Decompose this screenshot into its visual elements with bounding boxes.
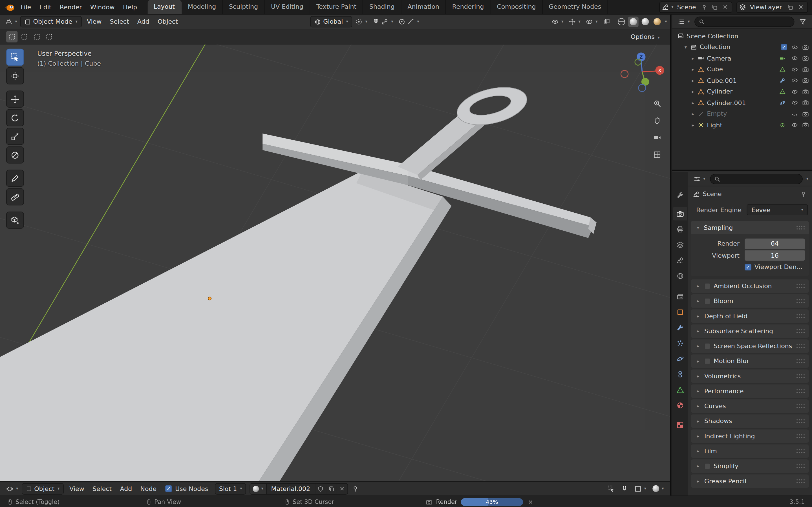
tool-move[interactable] bbox=[6, 91, 24, 108]
bloom-checkbox[interactable] bbox=[704, 298, 711, 304]
properties-tab-render[interactable] bbox=[673, 207, 687, 221]
outliner-item-label[interactable]: Empty bbox=[707, 110, 727, 118]
drag-grip-icon[interactable] bbox=[796, 433, 805, 439]
drag-grip-icon[interactable] bbox=[796, 373, 805, 379]
properties-tab-output[interactable] bbox=[673, 223, 687, 236]
slot-dropdown[interactable]: Slot 1 ▾ bbox=[215, 483, 246, 494]
shader-type-dropdown[interactable]: Object ▾ bbox=[22, 483, 64, 494]
section-screen-space-reflections[interactable]: ▸Screen Space Reflections bbox=[691, 339, 809, 353]
workspace-tab-compositing[interactable]: Compositing bbox=[491, 0, 543, 14]
mode-dropdown[interactable]: Object Mode ▾ bbox=[20, 16, 82, 27]
node-select-tool[interactable] bbox=[605, 483, 617, 494]
visibility-dropdown[interactable]: ▾ bbox=[550, 16, 566, 27]
motion-blur-checkbox[interactable] bbox=[704, 358, 711, 364]
screen-space-reflections-checkbox[interactable] bbox=[704, 343, 711, 349]
editor-type-button[interactable]: ▾ bbox=[691, 173, 707, 184]
viewport-menu-object[interactable]: Object bbox=[153, 16, 182, 27]
node-preview-dropdown[interactable]: ▾ bbox=[651, 483, 666, 494]
disclosure-arrow-icon[interactable]: ▸ bbox=[690, 67, 696, 72]
shading-wireframe-button[interactable] bbox=[616, 17, 627, 27]
view-layer-name[interactable]: ViewLayer bbox=[748, 3, 784, 11]
outliner-search-input[interactable] bbox=[695, 16, 794, 27]
disclosure-arrow-icon[interactable]: ▸ bbox=[690, 122, 696, 128]
menu-render[interactable]: Render bbox=[56, 2, 86, 12]
scene-name[interactable]: Scene bbox=[674, 3, 699, 11]
new-scene-button[interactable] bbox=[710, 2, 719, 11]
disclosure-arrow-icon[interactable]: ▸ bbox=[695, 404, 701, 409]
properties-tab-scene[interactable] bbox=[673, 253, 687, 267]
shader-menu-view[interactable]: View bbox=[65, 483, 89, 494]
disclosure-arrow-icon[interactable]: ▸ bbox=[695, 464, 701, 469]
properties-tab-modifiers[interactable] bbox=[673, 321, 687, 334]
pin-material-button[interactable] bbox=[350, 483, 361, 494]
tool-annotate[interactable] bbox=[6, 170, 24, 187]
cancel-render-button[interactable] bbox=[527, 498, 535, 506]
viewport-samples-field[interactable]: 16 bbox=[745, 250, 805, 261]
tool-measure[interactable] bbox=[6, 188, 24, 206]
viewport-canvas[interactable]: User Perspective (1) Collection | Cube Z… bbox=[0, 45, 670, 481]
pin-icon[interactable] bbox=[800, 191, 807, 198]
disclosure-arrow-icon[interactable]: ▸ bbox=[690, 78, 696, 83]
toggle-ortho-button[interactable] bbox=[651, 149, 663, 161]
select-mode-invert-button[interactable] bbox=[43, 31, 55, 42]
outliner-row-scene-collection[interactable]: Scene Collection bbox=[672, 31, 812, 41]
outliner-row-collection[interactable]: ▾Collection bbox=[672, 42, 812, 53]
disable-in-renders-icon[interactable] bbox=[802, 111, 809, 117]
shading-material-button[interactable] bbox=[640, 17, 651, 27]
disable-in-renders-icon[interactable] bbox=[802, 100, 809, 106]
drag-grip-icon[interactable] bbox=[796, 225, 805, 230]
hide-in-viewport-icon[interactable] bbox=[792, 89, 798, 95]
sampling-panel-header[interactable]: ▾ Sampling bbox=[691, 221, 809, 234]
properties-tab-material[interactable] bbox=[673, 398, 687, 412]
workspace-tab-geometry-nodes[interactable]: Geometry Nodes bbox=[543, 0, 608, 14]
editor-type-button[interactable]: ▾ bbox=[676, 16, 692, 27]
outliner-item-label[interactable]: Camera bbox=[707, 55, 731, 62]
properties-tab-object[interactable] bbox=[673, 305, 687, 319]
fake-user-button[interactable] bbox=[315, 483, 326, 494]
disable-in-renders-icon[interactable] bbox=[802, 77, 809, 84]
section-volumetrics[interactable]: ▸Volumetrics bbox=[691, 369, 809, 383]
collection-checkbox[interactable] bbox=[781, 44, 787, 50]
hide-in-viewport-icon[interactable] bbox=[792, 77, 798, 84]
menu-edit[interactable]: Edit bbox=[35, 2, 56, 12]
tool-cursor[interactable] bbox=[6, 67, 24, 84]
outliner-item-label[interactable]: Scene Collection bbox=[687, 33, 739, 40]
breadcrumb-label[interactable]: Scene bbox=[703, 190, 721, 198]
properties-tab-world[interactable] bbox=[673, 269, 687, 283]
use-nodes-checkbox[interactable] bbox=[165, 485, 172, 492]
outliner-row-light[interactable]: ▸Light bbox=[672, 119, 812, 130]
blender-logo-icon[interactable] bbox=[4, 3, 15, 11]
workspace-tab-shading[interactable]: Shading bbox=[363, 0, 401, 14]
disclosure-arrow-icon[interactable]: ▸ bbox=[695, 418, 701, 424]
viewport-denoise-checkbox[interactable] bbox=[745, 264, 751, 270]
disclosure-arrow-icon[interactable]: ▾ bbox=[682, 45, 689, 50]
ambient-occlusion-checkbox[interactable] bbox=[704, 283, 711, 289]
outliner-item-label[interactable]: Cylinder bbox=[707, 88, 732, 96]
outliner-row-empty[interactable]: ▸Empty bbox=[672, 108, 812, 119]
properties-tab-texture[interactable] bbox=[673, 418, 687, 432]
drag-grip-icon[interactable] bbox=[796, 343, 805, 349]
properties-tab-physics[interactable] bbox=[673, 352, 687, 365]
disable-in-renders-icon[interactable] bbox=[802, 89, 809, 95]
drag-grip-icon[interactable] bbox=[796, 463, 805, 469]
properties-tab-particles[interactable] bbox=[673, 336, 687, 350]
tool-scale[interactable] bbox=[6, 128, 24, 145]
hide-in-viewport-icon[interactable] bbox=[792, 111, 798, 117]
select-mode-subtract-button[interactable] bbox=[31, 31, 42, 42]
section-grease-pencil[interactable]: ▸Grease Pencil bbox=[691, 474, 809, 488]
render-engine-dropdown[interactable]: Eevee ▾ bbox=[747, 205, 808, 216]
camera-view-button[interactable] bbox=[651, 131, 663, 144]
shading-solid-button[interactable] bbox=[628, 17, 639, 27]
section-performance[interactable]: ▸Performance bbox=[691, 385, 809, 398]
section-ambient-occlusion[interactable]: ▸Ambient Occlusion bbox=[691, 279, 809, 293]
section-bloom[interactable]: ▸Bloom bbox=[691, 294, 809, 308]
properties-tab-view-layer[interactable] bbox=[673, 238, 687, 251]
disclosure-arrow-icon[interactable]: ▸ bbox=[695, 344, 701, 349]
simplify-checkbox[interactable] bbox=[704, 463, 711, 469]
scene-selector[interactable]: ▾ Scene bbox=[659, 1, 732, 13]
new-material-button[interactable] bbox=[326, 483, 337, 494]
unlink-scene-button[interactable] bbox=[720, 2, 730, 11]
gizmo-minus-y-axis[interactable] bbox=[635, 59, 641, 65]
new-view-layer-button[interactable] bbox=[785, 2, 795, 11]
3d-scene[interactable] bbox=[0, 45, 670, 481]
